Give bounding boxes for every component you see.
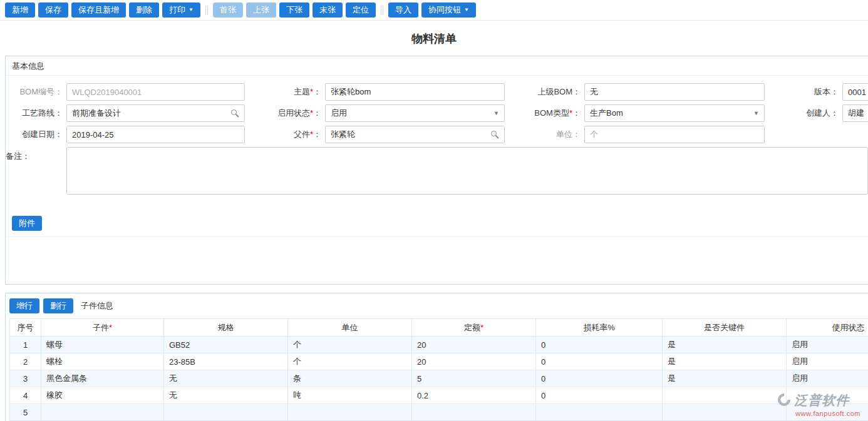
field-parent-part: 父件*： xyxy=(245,126,505,143)
cell-is-key-part[interactable]: 是 xyxy=(663,337,787,353)
child-parts-section-title: 子件信息 xyxy=(81,300,113,312)
cell-unit[interactable]: 个 xyxy=(288,337,412,353)
collaborate-dropdown-button[interactable]: 协同按钮▼ xyxy=(421,3,476,18)
cell-loss-rate[interactable]: 0 xyxy=(536,387,663,404)
remark-textarea[interactable] xyxy=(66,147,868,195)
save-and-new-button[interactable]: 保存且新增 xyxy=(71,3,126,18)
version-label: 版本： xyxy=(765,86,842,98)
field-bom-type: BOM类型*： 生产Bom▼ xyxy=(505,104,765,122)
process-route-input[interactable] xyxy=(66,104,245,122)
cell-part[interactable] xyxy=(41,404,164,421)
chevron-down-icon: ▼ xyxy=(189,7,194,13)
table-body: 1 螺母 GB52 个 20 0 是 启用 2 螺栓 23-85B 个 20 0 xyxy=(10,337,868,421)
column-header: 序号 xyxy=(10,319,41,337)
cell-spec[interactable]: 无 xyxy=(164,370,288,387)
cell-is-key-part[interactable]: 是 xyxy=(663,370,787,387)
field-subject: 主题*： xyxy=(245,83,505,101)
table-row[interactable]: 3 黑色金属条 无 条 5 0 是 启用 xyxy=(10,370,868,387)
save-button[interactable]: 保存 xyxy=(38,3,68,18)
import-button[interactable]: 导入 xyxy=(388,3,418,18)
first-record-button[interactable]: 首张 xyxy=(213,3,243,18)
search-icon[interactable] xyxy=(491,131,497,136)
version-input[interactable] xyxy=(842,83,868,101)
child-parts-header: 增行 删行 子件信息 xyxy=(6,293,868,318)
bom-no-input[interactable] xyxy=(66,83,245,101)
form-row-3: 创建日期： 父件*： 单位： xyxy=(6,126,868,143)
field-enable-status: 启用状态*： 启用▼ xyxy=(245,104,505,122)
column-header: 定额* xyxy=(412,319,536,337)
print-dropdown-button[interactable]: 打印▼ xyxy=(162,3,200,18)
toolbar-separator xyxy=(205,6,206,15)
cell-quota[interactable] xyxy=(412,404,536,421)
cell-loss-rate[interactable]: 0 xyxy=(536,370,663,387)
cell-unit[interactable] xyxy=(288,404,412,421)
table-row[interactable]: 2 螺栓 23-85B 个 20 0 是 启用 xyxy=(10,353,868,370)
cell-spec[interactable]: 无 xyxy=(164,387,288,404)
last-record-button[interactable]: 末张 xyxy=(313,3,343,18)
basic-info-panel: 基本信息 BOM编号： 主题*： 上级BOM： 版本： 工艺路线： xyxy=(5,56,868,285)
table-header-row: 序号 子件* 规格 单位 定额* 损耗率% 是否关键件 使用状态 xyxy=(10,319,868,337)
cell-use-status[interactable]: 启用 xyxy=(787,337,868,353)
cell-quota[interactable]: 0.2 xyxy=(412,387,536,404)
bom-type-label: BOM类型*： xyxy=(505,108,584,119)
column-header: 使用状态 xyxy=(787,319,868,337)
parent-part-label: 父件*： xyxy=(245,129,325,140)
subject-input[interactable] xyxy=(325,83,505,101)
child-parts-table: 序号 子件* 规格 单位 定额* 损耗率% 是否关键件 使用状态 xyxy=(9,318,868,421)
table-row[interactable]: 4 橡胶 无 吨 0.2 0 xyxy=(10,387,868,404)
cell-unit[interactable]: 条 xyxy=(288,370,412,387)
cell-quota[interactable]: 20 xyxy=(412,353,536,370)
unit-input[interactable] xyxy=(584,126,765,143)
cell-use-status[interactable]: 启用 xyxy=(787,370,868,387)
locate-button[interactable]: 定位 xyxy=(346,3,376,18)
cell-is-key-part[interactable] xyxy=(663,387,787,404)
print-label: 打印 xyxy=(169,5,185,14)
cell-spec[interactable]: GB52 xyxy=(164,337,288,353)
collaborate-label: 协同按钮 xyxy=(428,5,461,14)
table-row[interactable]: 1 螺母 GB52 个 20 0 是 启用 xyxy=(10,337,868,353)
delete-button[interactable]: 删除 xyxy=(129,3,159,18)
attachment-button[interactable]: 附件 xyxy=(12,216,42,231)
creator-input[interactable] xyxy=(842,104,868,122)
cell-seq: 2 xyxy=(10,353,41,370)
cell-loss-rate[interactable]: 0 xyxy=(536,337,663,353)
parent-part-input[interactable] xyxy=(325,126,505,143)
unit-label: 单位： xyxy=(505,129,584,140)
enable-status-select[interactable]: 启用▼ xyxy=(325,104,505,122)
cell-spec[interactable]: 23-85B xyxy=(164,353,288,370)
prev-record-button[interactable]: 上张 xyxy=(246,3,276,18)
column-header: 子件* xyxy=(41,319,164,337)
table-row[interactable]: 5 xyxy=(10,404,868,421)
page-title: 物料清单 xyxy=(411,33,457,45)
create-date-input[interactable] xyxy=(66,126,245,143)
cell-seq: 4 xyxy=(10,387,41,404)
delete-row-button[interactable]: 删行 xyxy=(43,298,73,313)
cell-spec[interactable] xyxy=(164,404,288,421)
cell-unit[interactable]: 吨 xyxy=(288,387,412,404)
chevron-down-icon: ▼ xyxy=(464,7,469,13)
next-record-button[interactable]: 下张 xyxy=(279,3,309,18)
cell-part[interactable]: 螺母 xyxy=(41,337,164,353)
add-row-button[interactable]: 增行 xyxy=(9,298,39,313)
parent-bom-input[interactable] xyxy=(584,83,765,101)
cell-use-status[interactable]: 启用 xyxy=(787,353,868,370)
cell-part[interactable]: 黑色金属条 xyxy=(41,370,164,387)
cell-unit[interactable]: 个 xyxy=(288,353,412,370)
cell-loss-rate[interactable] xyxy=(536,404,663,421)
basic-info-section-title: 基本信息 xyxy=(6,56,868,76)
basic-info-form: BOM编号： 主题*： 上级BOM： 版本： 工艺路线： xyxy=(6,76,868,237)
field-remark: 备注： xyxy=(6,147,868,195)
bom-no-label: BOM编号： xyxy=(6,86,66,98)
cell-part[interactable]: 橡胶 xyxy=(41,387,164,404)
cell-part[interactable]: 螺栓 xyxy=(41,353,164,370)
cell-quota[interactable]: 20 xyxy=(412,337,536,353)
attachment-section: 附件 xyxy=(6,216,868,237)
enable-status-label: 启用状态*： xyxy=(245,108,325,119)
bom-type-select[interactable]: 生产Bom▼ xyxy=(584,104,765,122)
cell-quota[interactable]: 5 xyxy=(412,370,536,387)
cell-loss-rate[interactable]: 0 xyxy=(536,353,663,370)
search-icon[interactable] xyxy=(231,109,237,115)
new-button[interactable]: 新增 xyxy=(5,3,35,18)
cell-is-key-part[interactable] xyxy=(663,404,787,421)
cell-is-key-part[interactable]: 是 xyxy=(663,353,787,370)
